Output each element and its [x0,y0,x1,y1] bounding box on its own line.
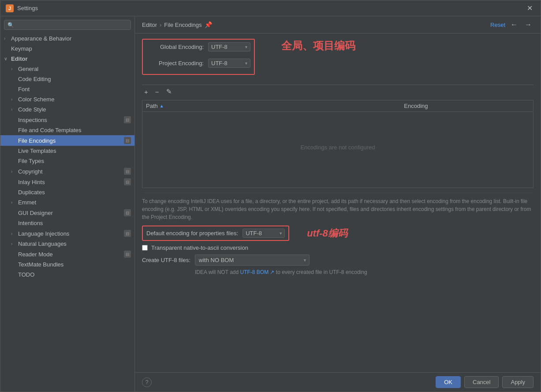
global-project-annotation: 全局、项目编码 [281,39,355,53]
sidebar-item-intentions[interactable]: Intentions [0,218,134,228]
sidebar-label-appearance: Appearance & Behavior [11,35,71,42]
sidebar-label-general: General [18,66,38,72]
sidebar-item-live-templates[interactable]: Live Templates [0,146,134,156]
breadcrumb: Editor › File Encodings 📌 [142,21,488,28]
sidebar-item-general[interactable]: ›General [0,64,134,74]
forward-button[interactable]: → [523,20,534,30]
sidebar-item-file-types[interactable]: File Types [0,156,134,166]
sidebar-item-code-editing[interactable]: Code Editing [0,74,134,84]
sidebar-label-file-types: File Types [18,158,44,164]
back-button[interactable]: ← [509,20,519,30]
path-column-header: Path ▲ [142,100,400,111]
search-input[interactable] [16,22,127,28]
global-encoding-select[interactable]: UTF-8 ISO-8859-1 UTF-16 GBK [208,42,250,52]
badge-inspections: ⊟ [124,116,131,123]
sidebar-item-appearance[interactable]: ›Appearance & Behavior [0,33,134,44]
remove-path-button[interactable]: − [153,87,161,96]
sidebar-label-reader-mode: Reader Mode [18,251,53,258]
footer: ? OK Cancel Apply [135,372,541,392]
global-encoding-select-wrapper[interactable]: UTF-8 ISO-8859-1 UTF-16 GBK [208,42,250,52]
encoding-column-header: Encoding [400,100,533,111]
sidebar-item-language-injections[interactable]: ›Language Injections⊟ [0,228,134,239]
create-utf-select-wrapper[interactable]: with NO BOM with BOM [195,255,310,266]
bom-link[interactable]: UTF-8 BOM ↗ [240,269,274,275]
sidebar-label-intentions: Intentions [18,220,43,226]
sidebar-label-file-encodings: File Encodings [18,137,56,144]
sidebar-label-textmate-bundles: TextMate Bundles [18,261,63,268]
right-panel: Editor › File Encodings 📌 Reset ← → [135,16,541,392]
sidebar-item-textmate-bundles[interactable]: TextMate Bundles [0,259,134,270]
sidebar-items-container: ›Appearance & Behavior Keymap∨Editor›Gen… [0,33,134,280]
badge-reader-mode: ⊟ [124,251,131,258]
ok-button[interactable]: OK [436,376,461,388]
badge-copyright: ⊟ [124,168,131,175]
reset-button[interactable]: Reset [490,22,505,28]
sidebar-item-file-encodings[interactable]: File Encodings⊟ [0,135,134,146]
expand-arrow-language-injections: › [11,231,16,236]
global-encoding-label: Global Encoding: [146,44,204,50]
sidebar-item-emmet[interactable]: ›Emmet [0,197,134,207]
sidebar-item-todo[interactable]: TODO [0,270,134,280]
sidebar-label-font: Font [18,86,30,92]
edit-path-button[interactable]: ✎ [164,87,174,96]
sidebar-item-editor[interactable]: ∨Editor [0,54,134,64]
sidebar-label-inlay-hints: Inlay Hints [18,179,45,185]
props-encoding-select[interactable]: UTF-8 ISO-8859-1 UTF-16 [243,229,285,238]
sidebar-item-color-scheme[interactable]: ›Color Scheme [0,94,134,104]
bom-note: IDEA will NOT add UTF-8 BOM ↗ to every c… [195,269,534,275]
props-encoding-select-wrapper[interactable]: UTF-8 ISO-8859-1 UTF-16 [243,229,285,238]
expand-arrow-emmet: › [11,200,16,205]
panel-body: Global Encoding: UTF-8 ISO-8859-1 UTF-16… [135,33,541,372]
sidebar-item-gui-designer[interactable]: GUI Designer⊟ [0,207,134,218]
sidebar-item-keymap[interactable]: Keymap [0,44,134,54]
close-button[interactable]: ✕ [524,3,535,13]
search-box[interactable]: 🔍 [4,20,131,30]
sidebar-label-code-style: Code Style [18,106,46,113]
sidebar-label-gui-designer: GUI Designer [18,210,53,216]
sidebar-item-natural-languages[interactable]: ›Natural Languages [0,239,134,249]
badge-file-encodings: ⊟ [124,137,131,144]
help-button[interactable]: ? [142,377,152,387]
expand-arrow-color-scheme: › [11,97,16,102]
transparent-checkbox[interactable] [142,245,148,251]
expand-arrow-code-style: › [11,107,16,112]
breadcrumb-current: File Encodings [164,22,201,28]
breadcrumb-parent: Editor [142,22,157,28]
transparent-label[interactable]: Transparent native-to-ascii conversion [151,244,248,251]
window-title: Settings [17,5,521,11]
pin-icon[interactable]: 📌 [205,21,212,28]
add-path-button[interactable]: + [142,87,150,96]
transparent-checkbox-row: Transparent native-to-ascii conversion [142,244,534,251]
title-bar: J Settings ✕ [0,0,541,16]
sidebar-item-reader-mode[interactable]: Reader Mode⊟ [0,249,134,259]
sidebar-label-editor: Editor [11,55,28,62]
props-encoding-section: Default encoding for properties files: U… [142,226,289,241]
badge-gui-designer: ⊟ [124,209,131,216]
project-encoding-select[interactable]: UTF-8 ISO-8859-1 UTF-16 GBK [208,59,250,68]
sidebar-item-duplicates[interactable]: Duplicates [0,187,134,197]
sidebar-label-code-editing: Code Editing [18,76,51,82]
project-encoding-row: Project Encoding: UTF-8 ISO-8859-1 UTF-1… [146,59,250,68]
sidebar-item-code-style[interactable]: ›Code Style [0,104,134,115]
badge-language-injections: ⊟ [124,230,131,237]
sort-arrow: ▲ [160,104,164,108]
sidebar-item-inlay-hints[interactable]: Inlay Hints⊟ [0,177,134,187]
sidebar: 🔍 ›Appearance & Behavior Keymap∨Editor›G… [0,16,135,392]
sidebar-label-todo: TODO [18,271,34,278]
sidebar-item-inspections[interactable]: Inspections⊟ [0,115,134,125]
sidebar-item-copyright[interactable]: ›Copyright⊟ [0,166,134,177]
sidebar-label-natural-languages: Natural Languages [18,240,67,247]
sidebar-label-color-scheme: Color Scheme [18,96,54,103]
create-utf-select[interactable]: with NO BOM with BOM [195,255,310,266]
cancel-button[interactable]: Cancel [464,376,499,388]
sidebar-item-file-code-templates[interactable]: File and Code Templates [0,125,134,135]
main-content: 🔍 ›Appearance & Behavior Keymap∨Editor›G… [0,16,541,392]
project-encoding-select-wrapper[interactable]: UTF-8 ISO-8859-1 UTF-16 GBK [208,59,250,68]
settings-window: J Settings ✕ 🔍 ›Appearance & Behavior Ke… [0,0,541,392]
sidebar-item-font[interactable]: Font [0,84,134,94]
global-encoding-row: Global Encoding: UTF-8 ISO-8859-1 UTF-16… [146,42,250,52]
apply-button[interactable]: Apply [502,376,534,388]
sidebar-label-language-injections: Language Injections [18,230,69,237]
expand-arrow-appearance: › [4,36,9,41]
panel-actions: Reset ← → [490,20,534,30]
